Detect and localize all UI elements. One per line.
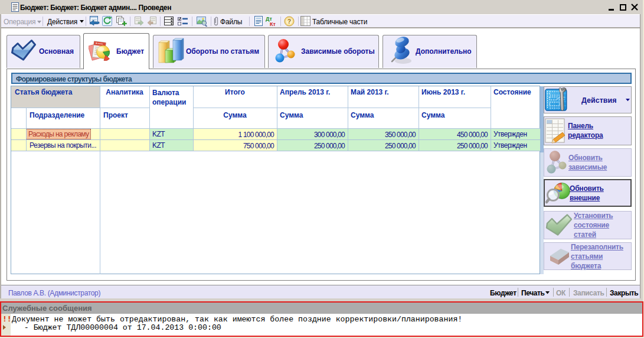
svg-text:?: ? (287, 18, 291, 25)
svg-text:Кт: Кт (270, 21, 276, 27)
